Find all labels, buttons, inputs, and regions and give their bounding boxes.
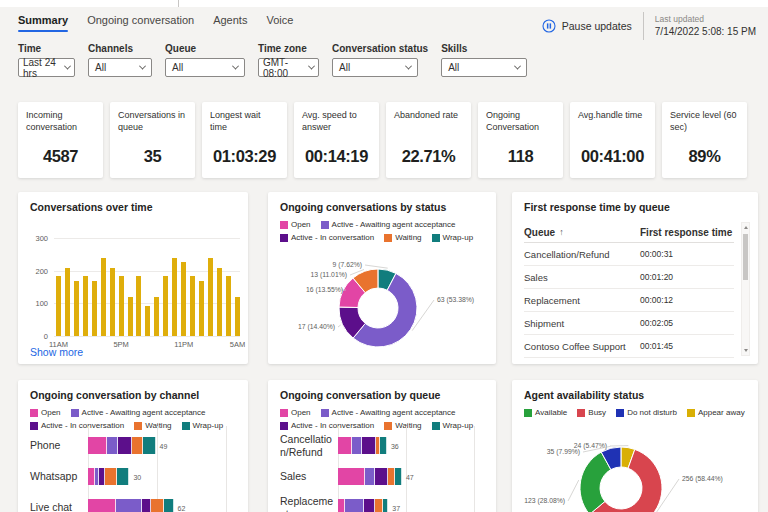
bar (74, 281, 79, 336)
filter-label: Skills (441, 43, 527, 54)
bar (56, 276, 61, 336)
filter-label: Conversation status (332, 43, 428, 54)
bar (128, 297, 133, 336)
legend-row: OpenActive - Awaiting agent acceptance (30, 408, 236, 417)
bar (217, 268, 222, 336)
x-axis-tick: 11PM (174, 340, 193, 349)
scroll-up-icon[interactable] (744, 226, 748, 229)
donut-data-label: 17 (14.40%) (298, 323, 335, 331)
bar (199, 281, 204, 336)
legend-label: Open (291, 408, 311, 417)
table-row: Contoso Coffee Sales00:00:26 (524, 358, 734, 364)
column-first-response-time[interactable]: First response time (640, 227, 734, 238)
column-queue[interactable]: Queue ↑ (524, 227, 640, 238)
header-divider (178, 0, 179, 7)
segment-wrap-up (117, 468, 129, 485)
tab-agents[interactable]: Agents (213, 14, 247, 33)
tab-voice[interactable]: Voice (266, 14, 293, 33)
bars (56, 238, 240, 336)
bar (154, 297, 159, 336)
y-axis-tick: 0 (28, 332, 48, 341)
pause-updates-label: Pause updates (562, 20, 632, 32)
ongoing-by-queue-chart: Cancellation/Refund36Sales47Replacement3… (280, 430, 488, 512)
legend-item-active-awaiting-agent-acceptance: Active - Awaiting agent acceptance (71, 408, 206, 417)
show-more-link[interactable]: Show more (30, 346, 83, 358)
bar (181, 262, 186, 336)
segment-open (338, 468, 365, 485)
category-label: Replacement (280, 495, 338, 512)
response-time-cell: 00:01:45 (640, 341, 734, 351)
chevron-down-icon (139, 63, 146, 70)
label-connector (568, 480, 579, 501)
filter-label: Time zone (258, 43, 319, 54)
filter-dropdown-channels[interactable]: All (88, 58, 152, 77)
segment-active-in-conversation (364, 499, 375, 512)
card-ongoing-by-channel: Ongoing conversation by channel OpenActi… (18, 380, 248, 512)
chart-title: Conversations over time (18, 192, 248, 213)
queue-cell: Contoso Coffee Sales (524, 364, 640, 365)
kpi-ongoing-conversation: Ongoing Conversation118 (478, 102, 563, 178)
donut-data-label: 256 (58.44%) (682, 475, 723, 483)
segment-active-awaiting-agent-acceptance (116, 499, 142, 512)
table-scrollbar[interactable] (741, 222, 750, 356)
bar (226, 276, 231, 336)
segment-active-awaiting-agent-acceptance (107, 437, 118, 454)
bar (65, 268, 70, 336)
legend-swatch (280, 409, 288, 417)
chevron-down-icon (514, 63, 521, 70)
card-ongoing-by-status: Ongoing conversations by status OpenActi… (268, 192, 496, 364)
segment-waiting (105, 468, 117, 485)
filter-dropdown-conversation-status[interactable]: All (332, 58, 418, 77)
table-row: Replacement00:00:12 (524, 289, 734, 312)
table-row: Contoso Coffee Support00:01:45 (524, 335, 734, 358)
kpi-avg-handle-time: Avg.handle time00:41:00 (570, 102, 655, 178)
filter-dropdown-queue[interactable]: All (165, 58, 245, 77)
stacked-bar-row-sales: Sales47 (280, 461, 488, 492)
stacked-bar-row-cancellation-refund: Cancellation/Refund36 (280, 430, 488, 461)
tab-ongoing-conversation[interactable]: Ongoing conversation (87, 14, 194, 33)
chevron-down-icon (232, 63, 239, 70)
kpi-label: Avg.handle time (578, 109, 647, 121)
segment-open (338, 437, 352, 454)
scrollbar-thumb[interactable] (743, 234, 748, 280)
filter-dropdown-time[interactable]: Last 24 hrs (18, 58, 75, 77)
filter-dropdown-skills[interactable]: All (441, 58, 527, 77)
filter-label: Queue (165, 43, 245, 54)
legend-row: OpenActive - Awaiting agent acceptance (280, 408, 484, 417)
kpi-row: Incoming conversation4587Conversations i… (18, 102, 747, 178)
filter-time: TimeLast 24 hrs (18, 43, 75, 77)
kpi-label: Conversations in queue (118, 109, 187, 133)
bar (190, 276, 195, 336)
bar (163, 276, 168, 336)
filter-value: All (339, 62, 350, 73)
chart-title: First response time by queue (512, 192, 758, 213)
kpi-label: Longest wait time (210, 109, 279, 133)
charts-row-1: Conversations over time 300200100011AM5P… (18, 192, 758, 364)
bar-plot: 47 (338, 468, 474, 485)
pause-updates-button[interactable]: Pause updates (542, 19, 632, 33)
scroll-down-icon[interactable] (744, 349, 748, 352)
response-time-cell: 00:01:20 (640, 272, 734, 282)
bar (208, 258, 213, 336)
segment-active-awaiting-agent-acceptance (352, 437, 363, 454)
gridline (54, 336, 240, 337)
kpi-abandoned-rate: Abandoned rate22.71% (386, 102, 471, 178)
ongoing-by-status-donut: 9 (7.62%)63 (53.38%)17 (14.40%)16 (13.55… (268, 192, 496, 364)
filter-value: All (95, 62, 106, 73)
category-label: Phone (30, 439, 88, 452)
bar (83, 276, 88, 336)
legend-swatch (280, 422, 288, 430)
segment-active-in-conversation (118, 437, 132, 454)
dashboard-tabs: SummaryOngoing conversationAgentsVoice (18, 14, 293, 33)
filter-dropdown-time-zone[interactable]: GMT-08:00 (258, 58, 319, 77)
legend-swatch (30, 409, 38, 417)
segment-wrap-up (395, 468, 402, 485)
donut-data-label: 123 (28.08%) (524, 497, 565, 505)
segment-waiting (388, 468, 395, 485)
pause-icon (542, 19, 556, 33)
filter-label: Channels (88, 43, 152, 54)
tab-summary[interactable]: Summary (18, 14, 68, 33)
filter-bar: TimeLast 24 hrsChannelsAllQueueAllTime z… (18, 43, 527, 77)
app-header-strip (0, 0, 768, 7)
segment-active-awaiting-agent-acceptance (365, 468, 375, 485)
